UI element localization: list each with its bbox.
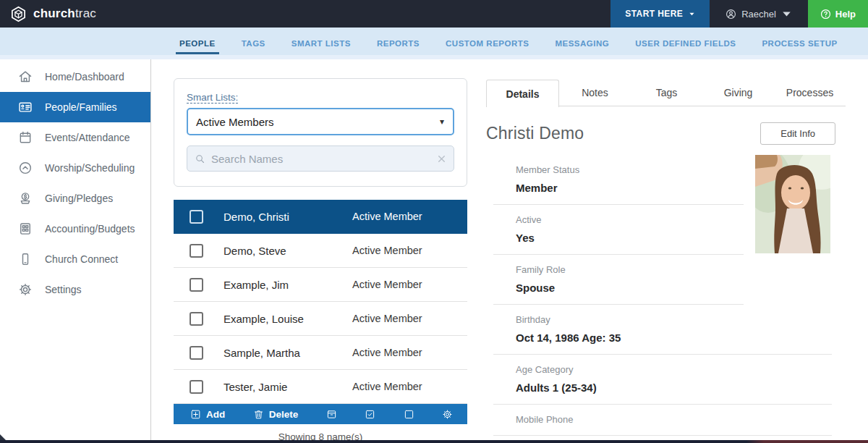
detail-tab[interactable]: Notes <box>559 80 631 106</box>
accounting-icon <box>18 222 33 236</box>
brand-name: churchtrac <box>33 7 96 21</box>
smart-list-select[interactable]: Active Members ▾ <box>187 108 454 135</box>
top-nav-tab[interactable]: SMART LISTS <box>292 28 351 59</box>
row-checkbox[interactable] <box>190 346 203 360</box>
help-icon <box>820 9 831 20</box>
people-list-panel: Smart Lists: Active Members ▾ Demo, Chri… <box>151 59 467 443</box>
detail-tab[interactable]: Processes <box>774 80 846 106</box>
brand-name-light: trac <box>75 7 96 20</box>
field-value: Oct 14, 1986 Age: 35 <box>516 332 832 344</box>
row-checkbox[interactable] <box>190 210 203 224</box>
row-checkbox[interactable] <box>190 380 203 394</box>
top-nav-tab[interactable]: PROCESS SETUP <box>762 28 837 59</box>
person-name: Example, Louise <box>224 313 304 325</box>
person-name: Sample, Martha <box>224 347 300 359</box>
detail-field-row: Age Category Adults 1 (25-34) <box>493 355 832 405</box>
detail-field-row: Mobile Phone <box>493 405 832 436</box>
sidebar-item-label: Events/Attendance <box>45 132 130 143</box>
help-label: Help <box>835 9 856 20</box>
smart-list-filter-card: Smart Lists: Active Members ▾ <box>174 78 467 187</box>
sidebar-item-label: Worship/Scheduling <box>45 162 135 174</box>
sidebar-item[interactable]: Accounting/Budgets <box>0 214 150 244</box>
caret-down-icon <box>781 9 792 20</box>
detail-tab-label: Tags <box>656 87 678 98</box>
gear-icon <box>18 282 33 297</box>
list-toolbar: Add Delete <box>174 404 467 424</box>
calendar-icon <box>18 130 33 145</box>
person-row[interactable]: Tester, Jamie Active Member <box>174 370 467 404</box>
module-tab-bar: PEOPLE TAGS SMART LISTS REPORTS CUSTOM R… <box>0 28 868 59</box>
sidebar-item[interactable]: Church Connect <box>0 244 150 274</box>
top-nav-tab[interactable]: TAGS <box>242 28 265 59</box>
search-input[interactable] <box>211 153 431 165</box>
top-nav-tab-label: PEOPLE <box>179 39 216 48</box>
top-nav-tab[interactable]: MESSAGING <box>555 28 609 59</box>
person-row[interactable]: Sample, Martha Active Member <box>174 336 467 370</box>
sidebar-item-label: Home/Dashboard <box>45 71 124 83</box>
square-icon <box>404 409 414 420</box>
sidebar-item[interactable]: People/Families <box>0 92 150 122</box>
person-status: Active Member <box>352 347 422 358</box>
top-nav-tab-label: MESSAGING <box>555 39 609 48</box>
row-checkbox[interactable] <box>190 278 203 292</box>
person-detail-panel: Details Notes Tags Giving Pr <box>467 59 868 443</box>
detail-tab[interactable]: Details <box>486 80 559 107</box>
brand-logo[interactable]: churchtrac <box>0 0 96 28</box>
delete-button[interactable]: Delete <box>253 409 299 420</box>
row-checkbox[interactable] <box>190 312 203 326</box>
sidebar-item[interactable]: Home/Dashboard <box>0 62 150 92</box>
top-nav-tab[interactable]: CUSTOM REPORTS <box>446 28 529 59</box>
top-nav-tab-label: USER DEFINED FIELDS <box>635 39 736 48</box>
idcard-icon <box>18 100 33 114</box>
add-button-label: Add <box>206 409 225 420</box>
detail-header: Christi Demo Edit Info <box>486 122 868 145</box>
field-label: Family Role <box>516 264 744 275</box>
user-name-label: Raechel <box>741 9 776 20</box>
search-box <box>187 145 454 172</box>
person-status: Active Member <box>352 381 422 392</box>
select-all-button[interactable] <box>365 409 375 420</box>
sidebar-item[interactable]: Events/Attendance <box>0 122 150 153</box>
field-value: Spouse <box>516 282 744 294</box>
sidebar: Home/Dashboard People/Families Events/At… <box>0 59 151 443</box>
clear-search-icon[interactable] <box>437 154 446 164</box>
user-menu-button[interactable]: Raechel <box>710 0 808 28</box>
churchtrac-logo-icon <box>10 6 27 22</box>
top-nav-tab[interactable]: USER DEFINED FIELDS <box>635 28 736 59</box>
sidebar-item-label: Settings <box>45 284 82 295</box>
profile-photo[interactable] <box>755 155 830 253</box>
sidebar-item[interactable]: Settings <box>0 274 150 305</box>
person-row[interactable]: Example, Jim Active Member <box>174 268 467 302</box>
person-row[interactable]: Demo, Christi Active Member <box>174 200 467 234</box>
person-row[interactable]: Demo, Steve Active Member <box>174 234 467 268</box>
smart-list-selected-value: Active Members <box>196 116 274 128</box>
edit-info-button[interactable]: Edit Info <box>760 122 835 145</box>
top-nav-tab[interactable]: PEOPLE <box>179 28 216 59</box>
row-checkbox[interactable] <box>190 244 203 258</box>
person-name: Demo, Steve <box>224 245 286 257</box>
detail-tab[interactable]: Tags <box>631 80 702 106</box>
sidebar-item[interactable]: Worship/Scheduling <box>0 153 150 183</box>
add-button[interactable]: Add <box>190 409 225 420</box>
user-avatar-icon <box>726 9 736 20</box>
detail-tab-bar: Details Notes Tags Giving Pr <box>486 80 846 106</box>
field-value: Adults 1 (25-34) <box>516 381 832 394</box>
deselect-all-button[interactable] <box>404 409 414 420</box>
field-label: Active <box>516 214 744 225</box>
smart-lists-link[interactable]: Smart Lists: <box>187 92 238 103</box>
person-row[interactable]: Example, Louise Active Member <box>174 302 467 336</box>
top-header: churchtrac START HERE Raechel Help <box>0 0 868 28</box>
sidebar-item[interactable]: Giving/Pledges <box>0 183 150 214</box>
people-list: Demo, Christi Active Member Demo, Steve … <box>174 200 467 404</box>
caret-down-icon <box>689 11 695 17</box>
person-name: Demo, Christi <box>224 211 289 223</box>
person-name: Example, Jim <box>224 279 289 291</box>
detail-tab[interactable]: Giving <box>702 80 774 106</box>
list-settings-button[interactable] <box>442 409 453 420</box>
top-nav-tab[interactable]: REPORTS <box>377 28 420 59</box>
person-status: Active Member <box>352 279 422 290</box>
start-here-button[interactable]: START HERE <box>610 0 710 28</box>
archive-button[interactable] <box>326 409 337 420</box>
app-window: churchtrac START HERE Raechel Help PEOPL… <box>0 0 868 443</box>
help-button[interactable]: Help <box>808 0 868 28</box>
